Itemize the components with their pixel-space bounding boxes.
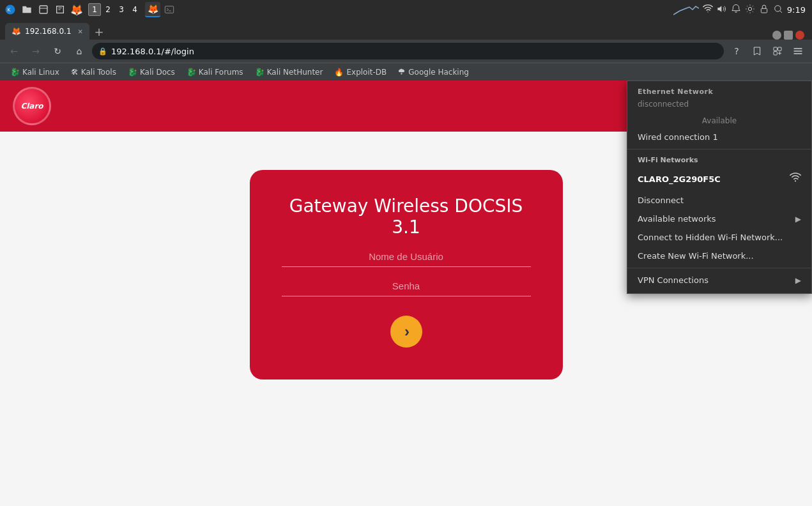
workspace-3[interactable]: 3 (115, 3, 128, 16)
browser-toolbar: ← → ↻ ⌂ 🔒 192.168.0.1/#/login ? (0, 40, 812, 63)
system-tray: 9:19 (673, 3, 809, 16)
lock-tray-icon[interactable] (759, 4, 769, 16)
notification-tray-icon[interactable] (731, 4, 741, 16)
back-button[interactable]: ← (5, 42, 23, 60)
firefox-icon[interactable]: 🦊 (69, 2, 84, 17)
address-text: 192.168.0.1/#/login (111, 47, 717, 56)
firefox-taskbar-icon[interactable]: 🦊 (145, 2, 160, 17)
bookmark-kali-forums[interactable]: 🐉 Kali Forums (181, 65, 249, 79)
vpn-connections-label: VPN Connections (638, 275, 795, 285)
text-editor-icon[interactable] (52, 2, 68, 17)
workspace-switcher: 1 2 3 4 (88, 3, 141, 16)
svg-point-6 (774, 5, 780, 11)
bookmark-kali-docs[interactable]: 🐉 Kali Docs (123, 65, 180, 79)
bookmark-kali-linux[interactable]: 🐉 Kali Linux (5, 65, 65, 79)
active-wifi-item[interactable]: CLARO_2G290F5C (627, 167, 811, 191)
workspace-2[interactable]: 2 (102, 3, 114, 16)
bookmark-button[interactable] (748, 42, 766, 60)
brightness-tray-icon[interactable] (745, 4, 755, 16)
divider-2 (627, 268, 811, 268)
claro-logo-text: Claro (20, 102, 43, 111)
divider-1 (627, 149, 811, 150)
vpn-connections-item[interactable]: VPN Connections ▶ (627, 271, 811, 289)
wired-connection-item[interactable]: Wired connection 1 (627, 128, 811, 146)
disconnect-label: Disconnect (638, 195, 801, 205)
reload-button[interactable]: ↻ (49, 42, 66, 60)
wifi-connected-icon (790, 172, 801, 186)
username-field-wrap (282, 250, 531, 267)
bookmark-exploit-db-icon: 🔥 (334, 68, 344, 77)
connect-hidden-label: Connect to Hidden Wi-Fi Network... (638, 233, 801, 242)
files-icon[interactable] (19, 2, 34, 17)
address-bar[interactable]: 🔒 192.168.0.1/#/login (92, 43, 724, 59)
available-networks-arrow-icon: ▶ (795, 215, 801, 224)
bookmark-kali-tools[interactable]: 🛠 Kali Tools (66, 65, 121, 79)
bookmark-google-hacking-label: Google Hacking (408, 68, 469, 77)
files2-icon[interactable] (36, 2, 51, 17)
bookmark-kali-linux-label: Kali Linux (22, 68, 59, 77)
tab-close-button[interactable]: ✕ (78, 28, 83, 35)
bookmark-kali-linux-icon: 🐉 (10, 68, 20, 77)
svg-rect-9 (774, 52, 777, 55)
bookmark-google-hacking[interactable]: 🌩 Google Hacking (393, 65, 474, 79)
window-maximize-button[interactable] (784, 31, 793, 40)
bookmark-nethunter[interactable]: 🐉 Kali NetHunter (250, 65, 328, 79)
kali-menu-icon[interactable]: K (3, 2, 18, 17)
create-new-item[interactable]: Create New Wi-Fi Network... (627, 247, 811, 265)
window-close-button[interactable] (795, 31, 804, 40)
taskbar: K 🦊 1 2 3 4 🦊 (0, 0, 812, 19)
claro-logo: Claro (13, 87, 51, 125)
bookmark-google-hacking-icon: 🌩 (398, 68, 406, 77)
svg-rect-7 (774, 47, 777, 50)
tab-label: 192.168.0.1 (25, 27, 72, 36)
question-button[interactable]: ? (728, 42, 746, 60)
connect-hidden-item[interactable]: Connect to Hidden Wi-Fi Network... (627, 228, 811, 247)
login-card: Gateway Wireless DOCSIS 3.1 › (250, 170, 563, 379)
clock: 9:19 (787, 5, 806, 15)
bookmark-kali-forums-icon: 🐉 (187, 68, 196, 77)
ethernet-available-label: Available (627, 114, 811, 128)
available-networks-label: Available networks (638, 214, 795, 224)
svg-rect-3 (165, 6, 173, 13)
svg-rect-8 (778, 47, 781, 50)
login-submit-button[interactable]: › (390, 316, 422, 348)
new-tab-button[interactable]: + (91, 23, 107, 40)
toolbar-actions: ? (728, 42, 807, 60)
vpn-arrow-icon: ▶ (795, 276, 801, 285)
active-ssid-label: CLARO_2G290F5C (638, 174, 790, 184)
password-field[interactable] (282, 280, 531, 291)
workspace-1[interactable]: 1 (88, 3, 101, 16)
bookmark-nethunter-label: Kali NetHunter (267, 68, 323, 77)
bookmark-nethunter-icon: 🐉 (255, 68, 264, 77)
volume-tray-icon[interactable] (717, 4, 727, 16)
menu-button[interactable] (789, 42, 807, 60)
wired-connection-label: Wired connection 1 (638, 132, 801, 142)
extensions-button[interactable] (769, 42, 786, 60)
username-field[interactable] (282, 251, 531, 262)
search-tray-icon[interactable] (773, 4, 783, 16)
svg-point-4 (748, 7, 751, 10)
disconnect-item[interactable]: Disconnect (627, 191, 811, 210)
workspace-4[interactable]: 4 (128, 3, 141, 16)
terminal-icon[interactable] (162, 2, 177, 17)
bookmark-kali-forums-label: Kali Forums (199, 68, 243, 77)
bookmark-exploit-db[interactable]: 🔥 Exploit-DB (329, 65, 392, 79)
network-dropdown: Ethernet Network disconnected Available … (627, 80, 812, 294)
home-button[interactable]: ⌂ (70, 42, 88, 60)
create-new-label: Create New Wi-Fi Network... (638, 251, 801, 261)
wifi-section-title: Wi-Fi Networks (627, 152, 811, 167)
content-area: Claro Gateway Wireless DOCSIS 3.1 › Ethe… (0, 80, 812, 506)
bookmarks-bar: 🐉 Kali Linux 🛠 Kali Tools 🐉 Kali Docs 🐉 … (0, 63, 812, 80)
password-field-wrap (282, 280, 531, 296)
ethernet-section-title: Ethernet Network (627, 81, 811, 98)
network-activity-icon (673, 3, 699, 16)
bookmark-exploit-db-label: Exploit-DB (346, 68, 387, 77)
tab-active[interactable]: 🦊 192.168.0.1 ✕ (5, 23, 89, 40)
wifi-tray-icon[interactable] (703, 4, 713, 16)
login-submit-icon: › (404, 323, 410, 341)
login-title: Gateway Wireless DOCSIS 3.1 (282, 195, 531, 238)
bookmark-kali-tools-icon: 🛠 (71, 68, 79, 77)
window-minimize-button[interactable] (772, 31, 781, 40)
available-networks-item[interactable]: Available networks ▶ (627, 210, 811, 228)
forward-button[interactable]: → (27, 42, 45, 60)
